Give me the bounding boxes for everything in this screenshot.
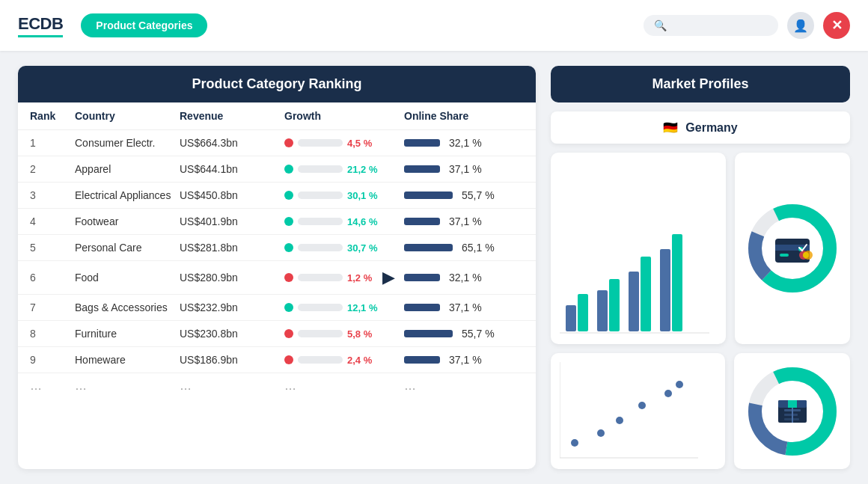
growth-indicator <box>284 303 293 312</box>
category-cell: Apparel <box>75 163 180 175</box>
ellipsis-country: … <box>75 379 180 393</box>
online-cell: 55,7 % <box>404 189 524 201</box>
svg-rect-2 <box>597 290 608 331</box>
growth-cell: 12,1 % <box>284 302 404 313</box>
growth-bar-container <box>298 139 343 147</box>
svg-rect-34 <box>784 409 801 411</box>
svg-point-25 <box>664 390 672 397</box>
online-value: 65,1 % <box>462 242 495 254</box>
search-icon: 🔍 <box>654 19 667 31</box>
growth-cell: 14,6 % <box>284 216 404 227</box>
charts-row-1 <box>551 153 850 344</box>
user-icon: 👤 <box>793 19 808 33</box>
logo: ECDB <box>18 14 63 37</box>
growth-bar-container <box>298 330 343 337</box>
online-value: 37,1 % <box>449 215 482 227</box>
category-cell: Consumer Electr. <box>75 137 180 149</box>
header-right: 🔍 👤 ✕ <box>644 12 850 39</box>
online-value: 55,7 % <box>462 189 495 201</box>
donut-chart-1 <box>735 153 850 344</box>
growth-cell: 4,5 % <box>284 138 404 149</box>
bar-chart-card <box>551 153 726 344</box>
donut-svg-2 <box>744 363 841 460</box>
category-cell: Food <box>75 272 180 284</box>
revenue-cell: US$644.1bn <box>180 163 284 175</box>
revenue-cell: US$232.9bn <box>180 301 284 313</box>
online-cell: 37,1 % <box>404 354 524 366</box>
rank-cell: 8 <box>30 328 75 340</box>
online-cell: 55,7 % <box>404 328 524 340</box>
online-cell: 37,1 % <box>404 215 524 227</box>
next-arrow-icon[interactable]: ▶ <box>382 268 395 287</box>
table-row: 7 Bags & Accessories US$232.9bn 12,1 % 3… <box>18 295 536 321</box>
charts-row-2 <box>551 353 850 469</box>
category-cell: Personal Care <box>75 242 180 254</box>
online-value: 37,1 % <box>449 163 482 175</box>
ranking-panel: Product Category Ranking Rank Country Re… <box>18 66 536 469</box>
category-cell: Electrical Appliances <box>75 189 180 201</box>
online-bar <box>404 330 453 337</box>
ellipsis-online: … <box>404 379 524 393</box>
growth-indicator <box>284 355 293 364</box>
avatar-button[interactable]: 👤 <box>787 12 814 39</box>
svg-point-22 <box>597 429 605 437</box>
search-box[interactable]: 🔍 <box>644 15 778 36</box>
main-content: Product Category Ranking Rank Country Re… <box>0 51 868 484</box>
table-row: 6 Food US$280.9bn 1,2 % ▶ 32,1 % <box>18 261 536 295</box>
growth-bar-container <box>298 356 343 364</box>
growth-indicator <box>284 165 293 174</box>
online-value: 55,7 % <box>462 328 495 340</box>
growth-cell: 30,1 % <box>284 190 404 201</box>
growth-cell: 5,8 % <box>284 328 404 340</box>
revenue-cell: US$450.8bn <box>180 189 284 201</box>
online-bar <box>404 165 440 173</box>
online-cell: 65,1 % <box>404 242 524 254</box>
svg-rect-35 <box>784 414 798 416</box>
country-selector[interactable]: 🇩🇪 Germany <box>551 111 850 144</box>
scatter-svg <box>560 362 698 459</box>
table-row: 4 Footwear US$401.9bn 14,6 % 37,1 % <box>18 209 536 235</box>
revenue-cell: US$280.9bn <box>180 272 284 284</box>
close-button[interactable]: ✕ <box>823 12 850 39</box>
rank-cell: 5 <box>30 242 75 254</box>
growth-indicator <box>284 273 293 282</box>
growth-bar-container <box>298 192 343 199</box>
growth-value: 30,7 % <box>347 242 377 254</box>
nav-pill[interactable]: Product Categories <box>81 13 207 37</box>
svg-point-17 <box>803 252 809 258</box>
category-cell: Homeware <box>75 354 180 366</box>
market-profiles-title: Market Profiles <box>551 66 850 102</box>
table-row: 1 Consumer Electr. US$664.3bn 4,5 % 32,1… <box>18 130 536 156</box>
donut-svg-1 <box>744 200 841 297</box>
rank-cell: 1 <box>30 137 75 149</box>
category-cell: Bags & Accessories <box>75 301 180 313</box>
revenue-cell: US$401.9bn <box>180 215 284 227</box>
online-value: 32,1 % <box>449 272 482 284</box>
col-growth: Growth <box>284 110 404 122</box>
svg-rect-3 <box>609 279 620 331</box>
online-bar <box>404 304 440 311</box>
ellipsis-growth: … <box>284 379 404 393</box>
svg-point-23 <box>616 417 623 424</box>
svg-point-24 <box>638 402 646 409</box>
revenue-cell: US$281.8bn <box>180 242 284 254</box>
col-rank: Rank <box>30 110 75 122</box>
online-bar <box>404 274 440 281</box>
rank-cell: 7 <box>30 301 75 313</box>
growth-cell: 1,2 % ▶ <box>284 268 404 287</box>
svg-rect-7 <box>672 234 682 331</box>
growth-cell: 21,2 % <box>284 164 404 175</box>
growth-bar-container <box>298 165 343 173</box>
revenue-cell: US$230.8bn <box>180 328 284 340</box>
svg-rect-0 <box>566 305 576 331</box>
rank-cell: 3 <box>30 189 75 201</box>
ellipsis-rank: … <box>30 379 75 393</box>
online-bar <box>404 192 453 199</box>
growth-indicator <box>284 191 293 200</box>
header: ECDB Product Categories 🔍 👤 ✕ <box>0 0 868 51</box>
growth-value: 1,2 % <box>347 272 372 284</box>
table-row: 8 Furniture US$230.8bn 5,8 % 55,7 % <box>18 321 536 347</box>
rank-cell: 4 <box>30 215 75 227</box>
growth-bar-container <box>298 304 343 311</box>
growth-indicator <box>284 217 293 226</box>
